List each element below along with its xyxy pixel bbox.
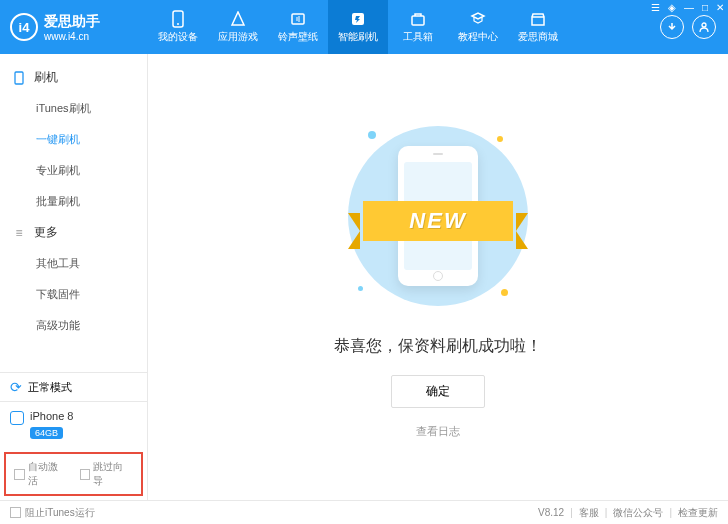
ringtone-icon bbox=[289, 10, 307, 28]
sidebar-item-pro[interactable]: 专业刷机 bbox=[0, 155, 147, 186]
nav-label: 爱思商城 bbox=[518, 30, 558, 44]
footer: 阻止iTunes运行 V8.12 | 客服 | 微信公众号 | 检查更新 bbox=[0, 500, 728, 524]
nav-label: 应用游戏 bbox=[218, 30, 258, 44]
svg-point-5 bbox=[702, 23, 706, 27]
nav-apps[interactable]: 应用游戏 bbox=[208, 0, 268, 54]
skin-icon[interactable]: ◈ bbox=[668, 2, 676, 13]
store-icon bbox=[529, 10, 547, 28]
check-label: 跳过向导 bbox=[93, 460, 133, 488]
apps-icon bbox=[229, 10, 247, 28]
nav-my-device[interactable]: 我的设备 bbox=[148, 0, 208, 54]
wechat-link[interactable]: 微信公众号 bbox=[613, 506, 663, 520]
success-illustration: NEW bbox=[338, 116, 538, 316]
app-name: 爱思助手 bbox=[44, 13, 100, 31]
sidebar-item-other[interactable]: 其他工具 bbox=[0, 248, 147, 279]
view-log-link[interactable]: 查看日志 bbox=[416, 424, 460, 439]
menu-icon[interactable]: ☰ bbox=[651, 2, 660, 13]
device-row[interactable]: iPhone 8 64GB bbox=[0, 401, 147, 452]
window-controls: ☰ ◈ — □ ✕ bbox=[651, 2, 724, 13]
nav-label: 铃声壁纸 bbox=[278, 30, 318, 44]
confirm-button[interactable]: 确定 bbox=[391, 375, 485, 408]
nav-label: 智能刷机 bbox=[338, 30, 378, 44]
minimize-icon[interactable]: — bbox=[684, 2, 694, 13]
checkbox-icon bbox=[80, 469, 91, 480]
phone-icon bbox=[12, 71, 26, 85]
refresh-icon: ⟳ bbox=[10, 379, 22, 395]
group-title: 刷机 bbox=[34, 69, 58, 86]
nav-tutorial[interactable]: 教程中心 bbox=[448, 0, 508, 54]
maximize-icon[interactable]: □ bbox=[702, 2, 708, 13]
support-link[interactable]: 客服 bbox=[579, 506, 599, 520]
tutorial-icon bbox=[469, 10, 487, 28]
logo-icon: i4 bbox=[10, 13, 38, 41]
app-url: www.i4.cn bbox=[44, 31, 100, 42]
logo: i4 爱思助手 www.i4.cn bbox=[0, 13, 148, 42]
auto-activate-check[interactable]: 自动激活 bbox=[14, 460, 68, 488]
svg-point-1 bbox=[177, 23, 179, 25]
new-badge: NEW bbox=[363, 201, 513, 241]
sidebar-item-oneclick[interactable]: 一键刷机 bbox=[0, 124, 147, 155]
nav-label: 工具箱 bbox=[403, 30, 433, 44]
toolbox-icon bbox=[409, 10, 427, 28]
sidebar-item-advanced[interactable]: 高级功能 bbox=[0, 310, 147, 341]
svg-rect-4 bbox=[412, 16, 424, 25]
check-label: 自动激活 bbox=[28, 460, 68, 488]
update-link[interactable]: 检查更新 bbox=[678, 506, 718, 520]
nav-label: 我的设备 bbox=[158, 30, 198, 44]
storage-badge: 64GB bbox=[30, 427, 63, 439]
nav-flash[interactable]: 智能刷机 bbox=[328, 0, 388, 54]
checkbox-icon[interactable] bbox=[10, 507, 21, 518]
close-icon[interactable]: ✕ bbox=[716, 2, 724, 13]
user-icon[interactable] bbox=[692, 15, 716, 39]
nav-ringtone[interactable]: 铃声壁纸 bbox=[268, 0, 328, 54]
flash-icon bbox=[349, 10, 367, 28]
group-title: 更多 bbox=[34, 224, 58, 241]
svg-rect-6 bbox=[15, 72, 23, 84]
device-name: iPhone 8 bbox=[30, 410, 73, 422]
skip-guide-check[interactable]: 跳过向导 bbox=[80, 460, 134, 488]
mode-label: 正常模式 bbox=[28, 380, 72, 395]
block-itunes-label: 阻止iTunes运行 bbox=[25, 506, 95, 520]
nav-store[interactable]: 爱思商城 bbox=[508, 0, 568, 54]
version-label: V8.12 bbox=[538, 507, 564, 518]
nav-label: 教程中心 bbox=[458, 30, 498, 44]
mode-row[interactable]: ⟳ 正常模式 bbox=[0, 372, 147, 401]
sidebar-group-flash[interactable]: 刷机 bbox=[0, 62, 147, 93]
sidebar: 刷机 iTunes刷机 一键刷机 专业刷机 批量刷机 ≡ 更多 其他工具 下载固… bbox=[0, 54, 148, 500]
svg-rect-2 bbox=[292, 14, 304, 24]
more-icon: ≡ bbox=[12, 226, 26, 240]
sidebar-item-itunes[interactable]: iTunes刷机 bbox=[0, 93, 147, 124]
download-icon[interactable] bbox=[660, 15, 684, 39]
device-icon bbox=[10, 411, 24, 425]
main-panel: NEW 恭喜您，保资料刷机成功啦！ 确定 查看日志 bbox=[148, 54, 728, 500]
phone-icon bbox=[169, 10, 187, 28]
sidebar-item-download[interactable]: 下载固件 bbox=[0, 279, 147, 310]
checkbox-icon bbox=[14, 469, 25, 480]
app-header: i4 爱思助手 www.i4.cn 我的设备 应用游戏 铃声壁纸 智能刷机 工具… bbox=[0, 0, 728, 54]
options-row: 自动激活 跳过向导 bbox=[4, 452, 143, 496]
sidebar-group-more[interactable]: ≡ 更多 bbox=[0, 217, 147, 248]
header-right bbox=[660, 15, 728, 39]
success-message: 恭喜您，保资料刷机成功啦！ bbox=[334, 336, 542, 357]
nav-toolbox[interactable]: 工具箱 bbox=[388, 0, 448, 54]
top-nav: 我的设备 应用游戏 铃声壁纸 智能刷机 工具箱 教程中心 爱思商城 bbox=[148, 0, 660, 54]
sidebar-item-batch[interactable]: 批量刷机 bbox=[0, 186, 147, 217]
